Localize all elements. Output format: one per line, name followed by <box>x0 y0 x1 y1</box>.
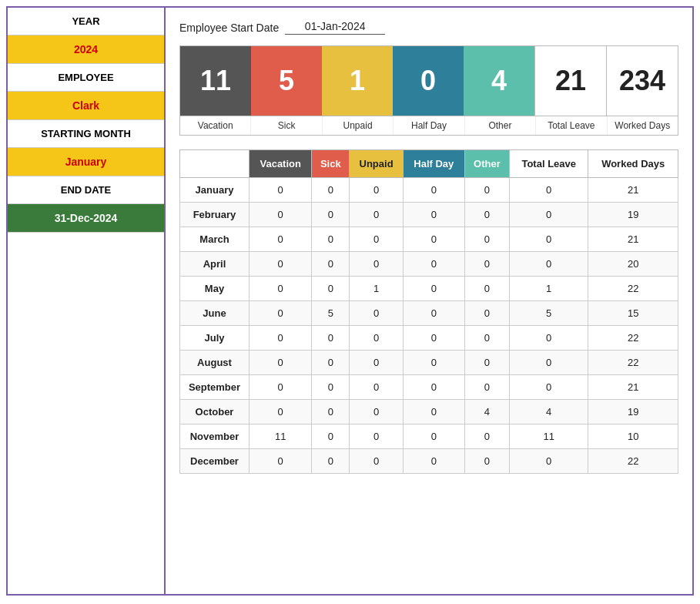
cell-april-worked: 20 <box>588 252 678 277</box>
cell-august-other: 0 <box>464 351 509 375</box>
table-row: October00004419 <box>180 400 678 424</box>
employee-value: Clark <box>8 92 164 120</box>
th-month-empty <box>180 150 250 178</box>
month-label-june: June <box>180 301 250 326</box>
month-label-december: December <box>180 449 250 474</box>
cell-november-sick: 0 <box>312 424 350 449</box>
month-label-may: May <box>180 277 250 301</box>
summary-label-other: Other <box>465 116 536 135</box>
table-row: August00000022 <box>180 351 678 375</box>
data-table: VacationSickUnpaidHalf DayOtherTotal Lea… <box>179 149 678 474</box>
cell-october-worked: 19 <box>588 400 678 424</box>
cell-august-sick: 0 <box>312 351 350 375</box>
month-label-november: November <box>180 424 250 449</box>
month-label-march: March <box>180 227 250 252</box>
th-worked: Worked Days <box>588 150 678 178</box>
cell-november-other: 0 <box>464 424 509 449</box>
table-row: July00000022 <box>180 326 678 351</box>
summary-label-vacation: Vacation <box>180 116 251 135</box>
cell-april-unpaid: 0 <box>350 252 404 277</box>
cell-june-other: 0 <box>464 301 509 326</box>
month-label-august: August <box>180 351 250 375</box>
month-label-july: July <box>180 326 250 351</box>
cell-july-total: 0 <box>510 326 588 351</box>
cell-september-other: 0 <box>464 375 509 400</box>
cell-july-other: 0 <box>464 326 509 351</box>
summary-card-vacation: 11 <box>180 46 251 116</box>
table-row: September00000021 <box>180 375 678 400</box>
cell-november-halfday: 0 <box>404 424 465 449</box>
start-date-row: Employee Start Date 01-Jan-2024 <box>179 20 678 35</box>
cell-september-worked: 21 <box>588 375 678 400</box>
cell-june-vacation: 0 <box>250 301 312 326</box>
cell-october-vacation: 0 <box>250 400 312 424</box>
sidebar: YEAR 2024 EMPLOYEE Clark STARTING MONTH … <box>8 8 166 594</box>
cell-february-total: 0 <box>510 203 588 227</box>
cell-december-sick: 0 <box>312 449 350 474</box>
month-label-january: January <box>180 178 250 203</box>
table-row: June05000515 <box>180 301 678 326</box>
cell-september-sick: 0 <box>312 375 350 400</box>
cell-april-other: 0 <box>464 252 509 277</box>
cell-july-sick: 0 <box>312 326 350 351</box>
end-date-label: END DATE <box>8 176 164 204</box>
month-label-february: February <box>180 203 250 227</box>
cell-may-other: 0 <box>464 277 509 301</box>
cell-june-total: 5 <box>510 301 588 326</box>
cell-may-unpaid: 1 <box>350 277 404 301</box>
summary-card-worked-days: 234 <box>606 46 678 116</box>
cell-january-sick: 0 <box>312 178 350 203</box>
summary-section: 11510421234 VacationSickUnpaidHalf DayOt… <box>179 45 678 136</box>
cell-november-unpaid: 0 <box>350 424 404 449</box>
cell-march-total: 0 <box>510 227 588 252</box>
month-label-april: April <box>180 252 250 277</box>
start-date-label: Employee Start Date <box>179 22 279 34</box>
cell-january-halfday: 0 <box>404 178 465 203</box>
cell-september-vacation: 0 <box>250 375 312 400</box>
cell-august-worked: 22 <box>588 351 678 375</box>
cell-july-unpaid: 0 <box>350 326 404 351</box>
th-vacation: Vacation <box>250 150 312 178</box>
summary-card-other: 4 <box>464 46 534 116</box>
year-value: 2024 <box>8 35 164 64</box>
table-row: January00000021 <box>180 178 678 203</box>
cell-october-other: 4 <box>464 400 509 424</box>
summary-label-total-leave: Total Leave <box>536 116 607 135</box>
cell-march-sick: 0 <box>312 227 350 252</box>
cell-january-unpaid: 0 <box>350 178 404 203</box>
cell-january-vacation: 0 <box>250 178 312 203</box>
summary-card-total-leave: 21 <box>534 46 606 116</box>
cell-december-vacation: 0 <box>250 449 312 474</box>
th-total: Total Leave <box>510 150 588 178</box>
summary-card-unpaid: 1 <box>322 46 393 116</box>
cell-november-total: 11 <box>510 424 588 449</box>
cell-october-sick: 0 <box>312 400 350 424</box>
cell-september-halfday: 0 <box>404 375 465 400</box>
cell-may-sick: 0 <box>312 277 350 301</box>
th-other: Other <box>464 150 509 178</box>
cell-december-other: 0 <box>464 449 509 474</box>
main-content: Employee Start Date 01-Jan-2024 11510421… <box>166 8 692 594</box>
summary-label-worked-days: Worked Days <box>608 116 678 135</box>
th-halfday: Half Day <box>404 150 465 178</box>
cell-february-sick: 0 <box>312 203 350 227</box>
cell-may-vacation: 0 <box>250 277 312 301</box>
cell-september-unpaid: 0 <box>350 375 404 400</box>
cell-april-sick: 0 <box>312 252 350 277</box>
cell-august-halfday: 0 <box>404 351 465 375</box>
cell-august-vacation: 0 <box>250 351 312 375</box>
cell-december-total: 0 <box>510 449 588 474</box>
cell-january-other: 0 <box>464 178 509 203</box>
month-label-september: September <box>180 375 250 400</box>
cell-march-halfday: 0 <box>404 227 465 252</box>
app-container: YEAR 2024 EMPLOYEE Clark STARTING MONTH … <box>6 6 694 596</box>
cell-march-unpaid: 0 <box>350 227 404 252</box>
month-label-october: October <box>180 400 250 424</box>
cell-april-vacation: 0 <box>250 252 312 277</box>
cell-february-unpaid: 0 <box>350 203 404 227</box>
cell-july-vacation: 0 <box>250 326 312 351</box>
cell-march-worked: 21 <box>588 227 678 252</box>
cell-january-total: 0 <box>510 178 588 203</box>
cell-august-unpaid: 0 <box>350 351 404 375</box>
cell-february-vacation: 0 <box>250 203 312 227</box>
